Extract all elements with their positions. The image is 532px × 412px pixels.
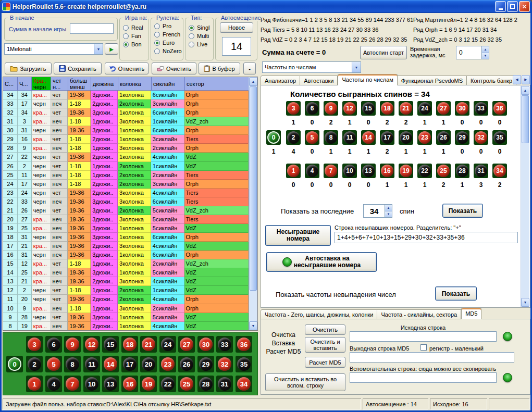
number-tile-6[interactable]: 6 xyxy=(305,101,319,116)
radio-option-nozero[interactable]: NoZero xyxy=(154,48,182,54)
spin-up-button[interactable]: ▲ xyxy=(385,205,392,211)
clear-button[interactable]: Очистить xyxy=(152,63,196,74)
radio-option-real[interactable]: Real xyxy=(123,24,147,31)
scroll-thumb[interactable] xyxy=(522,95,529,143)
table-row[interactable]: 928чернчет19-363дюжи..1колонка5сиклайнVd… xyxy=(3,313,249,322)
table-row[interactable]: 1721кра...неч19-362дюжи..3колонка4сиклай… xyxy=(3,242,249,251)
number-tile-19[interactable]: 19 xyxy=(140,376,157,392)
green-wheel-button[interactable] xyxy=(503,332,512,341)
number-tile-17[interactable]: 17 xyxy=(380,130,394,145)
table-row[interactable]: 1120чернчет19-362дюжи..2колонка4сиклайнO… xyxy=(3,295,249,304)
number-tile-3[interactable]: 3 xyxy=(26,336,43,353)
minimize-button[interactable] xyxy=(495,1,506,12)
md5-clear-paste-button[interactable]: Очистить и вставить xyxy=(305,337,345,353)
tab-frequencies[interactable]: Частоты по числам xyxy=(338,74,397,85)
number-tile-28[interactable]: 28 xyxy=(455,164,469,178)
number-tile-22[interactable]: 22 xyxy=(417,164,432,178)
number-tile-20[interactable]: 20 xyxy=(399,130,413,145)
table-row[interactable]: 2916кра...чет1-182дюжи..1колонка3сиклайн… xyxy=(3,135,249,144)
number-tile-23[interactable]: 23 xyxy=(417,130,432,145)
number-tile-0[interactable]: 0 xyxy=(6,356,23,372)
table-row[interactable]: 122чернчет1-181дюжи..2колонка1сиклайнVdZ xyxy=(3,286,249,295)
number-tile-16[interactable]: 16 xyxy=(121,376,138,392)
number-tile-2[interactable]: 2 xyxy=(286,130,301,145)
number-tile-11[interactable]: 11 xyxy=(83,356,100,372)
save-button[interactable]: Сохранить xyxy=(54,63,102,74)
number-tile-13[interactable]: 13 xyxy=(361,164,376,178)
tab-scroll-left-button[interactable]: ◀ xyxy=(513,75,521,84)
number-tile-5[interactable]: 5 xyxy=(45,356,62,372)
number-tile-4[interactable]: 4 xyxy=(305,164,319,178)
table-row[interactable]: 1831черннеч19-363дюжи..1колонка6сиклайнO… xyxy=(3,233,249,242)
number-tile-15[interactable]: 15 xyxy=(361,101,376,116)
radio-option-multi[interactable]: Multi xyxy=(189,33,212,39)
number-tile-36[interactable]: 36 xyxy=(236,336,252,353)
table-row[interactable]: 2722чернчет19-362дюжи..1колонка4сиклайнV… xyxy=(3,153,249,161)
lowercase-checkbox[interactable] xyxy=(420,344,427,351)
number-tile-14[interactable]: 14 xyxy=(102,356,119,372)
table-row[interactable]: 1631черннеч19-363дюжи..1колонка6сиклайнO… xyxy=(3,251,249,259)
tab-scroll-right-button[interactable]: ▶ xyxy=(522,75,530,84)
number-tile-26[interactable]: 26 xyxy=(178,356,195,372)
number-tile-29[interactable]: 29 xyxy=(197,356,214,372)
number-tile-27[interactable]: 27 xyxy=(178,336,195,353)
table-row[interactable]: 289кра...неч1-181дюжи..3колонка2сиклайнO… xyxy=(3,144,249,153)
number-tile-36[interactable]: 36 xyxy=(492,101,507,116)
scroll-down-button[interactable]: ▼ xyxy=(521,298,529,307)
table-row[interactable]: 3031черннеч19-363дюжи..1колонка6сиклайнO… xyxy=(3,126,249,135)
number-tile-18[interactable]: 18 xyxy=(121,336,138,353)
table-row[interactable]: 1925кра...неч19-363дюжи..1колонка5сиклай… xyxy=(3,224,249,233)
number-tile-4[interactable]: 4 xyxy=(45,376,62,392)
number-tile-7[interactable]: 7 xyxy=(324,164,338,178)
show-freq-missed-button[interactable]: Показать xyxy=(435,286,477,301)
tab-bankroll[interactable]: Контроль банкр xyxy=(467,76,516,85)
table-row[interactable]: 1512кра...чет1-181дюжи..3колонка2сиклайн… xyxy=(3,259,249,268)
number-tile-16[interactable]: 16 xyxy=(380,164,394,178)
table-scrollbar[interactable]: ▲ ▼ xyxy=(249,77,257,330)
number-tile-5[interactable]: 5 xyxy=(305,130,319,145)
tab-psevdoms[interactable]: Функционал PsevdoMS xyxy=(398,76,467,85)
green-wheel-button[interactable] xyxy=(503,373,512,382)
scroll-up-button[interactable]: ▲ xyxy=(521,86,529,95)
number-tile-15[interactable]: 15 xyxy=(102,336,119,353)
radio-option-fan[interactable]: Fan xyxy=(123,33,147,39)
number-tile-33[interactable]: 33 xyxy=(474,101,488,116)
autobet-missed-button[interactable]: Автоставка нанесыгравшие номера xyxy=(266,252,377,272)
number-tile-33[interactable]: 33 xyxy=(216,336,233,353)
number-tile-7[interactable]: 7 xyxy=(64,376,81,392)
table-row[interactable]: 2027кра...неч19-363дюжи..3колонка5сиклай… xyxy=(3,215,249,224)
autospin-start-button[interactable]: Автоспин старт xyxy=(360,46,407,59)
missed-numbers-button[interactable]: Несыгравшиеномера xyxy=(265,225,331,246)
number-tile-30[interactable]: 30 xyxy=(197,336,214,353)
md5-clear-paste-aux-button[interactable]: Очистить и вставить во вспом. строку xyxy=(265,373,345,391)
tab-freq-chances[interactable]: Частота - Zero, шансы, дюжины, колонки xyxy=(261,309,377,319)
maximize-button[interactable] xyxy=(507,1,518,12)
spin-up-button[interactable]: ▲ xyxy=(482,46,489,53)
table-row[interactable]: 3234кра...чет19-363дюжи..1колонка6сиклай… xyxy=(3,108,249,117)
tab-md5[interactable]: MD5 xyxy=(461,308,481,319)
table-row[interactable]: 1425кра...неч19-363дюжи..1колонка5сиклай… xyxy=(3,268,249,277)
radio-option-pro[interactable]: Pro xyxy=(154,23,182,29)
table-row[interactable]: 2511черннеч1-181дюжи..2колонка2сиклайнTi… xyxy=(3,171,249,180)
start-sum-input[interactable] xyxy=(70,23,114,34)
dropdown-arrow-icon[interactable]: ▼ xyxy=(352,62,361,72)
number-tile-1[interactable]: 1 xyxy=(26,376,43,392)
number-tile-23[interactable]: 23 xyxy=(159,356,176,372)
md5-calc-button[interactable]: Расчет MD5 xyxy=(305,357,345,368)
table-row[interactable]: 313кра...неч1-181дюжи..3колонка1сиклайнV… xyxy=(3,117,249,126)
delay-spinner[interactable]: 0 ▲ ▼ xyxy=(456,46,489,59)
number-tile-10[interactable]: 10 xyxy=(83,376,100,392)
panel-scrollbar[interactable]: ▲ ▼ xyxy=(521,86,529,307)
number-tile-32[interactable]: 32 xyxy=(216,356,233,372)
tab-autobets[interactable]: Автоставки xyxy=(300,76,338,85)
number-tile-1[interactable]: 1 xyxy=(286,164,301,178)
tab-freq-sixlines[interactable]: Частота - сиклайны, сектора xyxy=(377,309,461,319)
number-tile-20[interactable]: 20 xyxy=(140,356,157,372)
number-tile-24[interactable]: 24 xyxy=(159,336,176,353)
md5-aux-input[interactable] xyxy=(350,372,497,383)
radio-option-euro[interactable]: Euro xyxy=(154,40,182,46)
md5-output-input[interactable] xyxy=(350,352,514,363)
radio-option-singl[interactable]: Singl xyxy=(189,24,212,31)
number-tile-26[interactable]: 26 xyxy=(436,130,451,145)
undo-button[interactable]: Отменить xyxy=(105,63,149,74)
